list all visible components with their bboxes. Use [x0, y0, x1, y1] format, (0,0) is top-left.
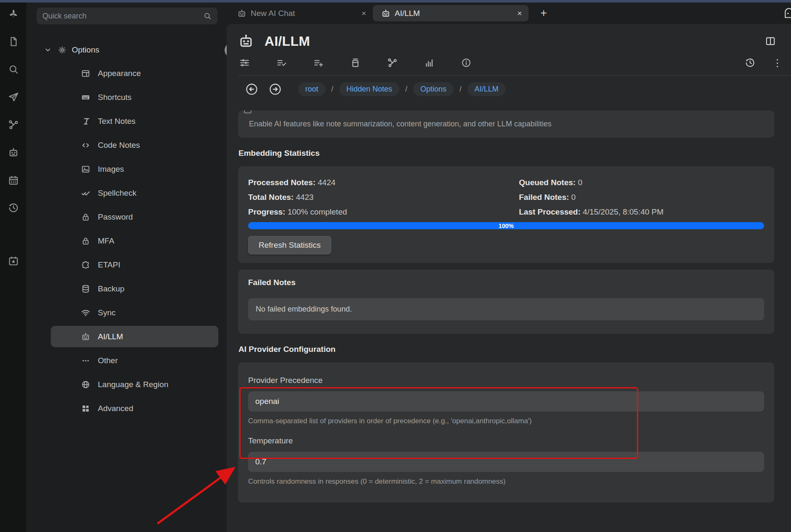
relation-map-icon[interactable] [7, 118, 20, 131]
quick-search[interactable] [37, 8, 217, 24]
breadcrumb-root[interactable]: root [298, 82, 325, 96]
note-map-icon[interactable] [387, 58, 398, 68]
tree-item-label: Appearance [98, 69, 141, 78]
ai-intro-text: Enable AI features like note summarizati… [249, 120, 551, 128]
basic-properties-icon[interactable] [239, 58, 250, 68]
refresh-statistics-button[interactable]: Refresh Statistics [248, 236, 331, 254]
tree-item-shortcuts[interactable]: Shortcuts [26, 85, 227, 109]
chevron-down-icon[interactable] [44, 46, 52, 54]
close-tab-icon[interactable]: × [517, 9, 522, 17]
close-tab-icon[interactable]: × [361, 9, 366, 17]
code-icon [81, 141, 90, 150]
kebab-menu-icon[interactable]: ⋮ [772, 58, 783, 68]
new-tab-button[interactable]: + [540, 8, 547, 19]
tree-item-label: Language & Region [98, 380, 168, 389]
revision-history-icon[interactable] [745, 58, 755, 68]
robot-icon [81, 332, 90, 341]
tree-item-spellcheck[interactable]: Spellcheck [26, 181, 227, 205]
breadcrumb-ai-llm[interactable]: AI/LLM [467, 82, 506, 96]
failed-notes-card: Failed Notes No failed embeddings found. [238, 270, 774, 334]
quick-search-input[interactable] [42, 12, 203, 21]
wifi-icon [81, 308, 90, 317]
tab-bar: New AI Chat × AI/LLM × + [227, 3, 791, 24]
provider-precedence-input[interactable] [248, 391, 764, 411]
lock-icon [81, 212, 90, 222]
inherited-attributes-icon[interactable] [313, 58, 324, 68]
tree-item-backup[interactable]: Backup [26, 277, 227, 301]
main-area: New AI Chat × AI/LLM × + AI/LLM ⋮ [227, 3, 791, 532]
bookmarked-day-icon[interactable] [7, 254, 20, 267]
tree-item-label: Images [98, 165, 124, 174]
trilium-logo-icon[interactable] [7, 8, 20, 20]
window-top-strip [0, 0, 791, 3]
robot-icon [238, 33, 254, 49]
tab-new-ai-chat[interactable]: New AI Chat × [227, 3, 373, 24]
provider-precedence-group: Provider Precedence Comma-separated list… [248, 376, 764, 425]
stat-failed-notes: Failed Notes: 0 [519, 193, 764, 202]
grid-icon [81, 404, 90, 413]
recent-changes-icon[interactable] [7, 202, 20, 214]
keyboard-icon [81, 93, 90, 102]
notifications-icon[interactable] [783, 8, 791, 19]
tree-item-appearance[interactable]: Appearance [26, 61, 227, 85]
note-title: AI/LLM [265, 34, 765, 49]
provider-precedence-label: Provider Precedence [248, 376, 764, 385]
ai-chat-icon[interactable] [7, 146, 20, 159]
search-icon [203, 12, 212, 20]
jump-to-note-icon[interactable] [7, 91, 20, 103]
temperature-input[interactable] [248, 452, 764, 472]
breadcrumb-hidden-notes[interactable]: Hidden Notes [339, 82, 399, 96]
tab-ai-llm[interactable]: AI/LLM × [373, 5, 529, 21]
provider-config-card: Provider Precedence Comma-separated list… [238, 362, 774, 503]
tree-item-etapi[interactable]: ETAPI [26, 253, 227, 277]
tree-item-other[interactable]: Other [26, 349, 227, 372]
note-info-icon[interactable] [424, 58, 435, 68]
temperature-group: Temperature Controls randomness in respo… [248, 436, 764, 486]
puzzle-icon [81, 260, 90, 270]
search-icon[interactable] [7, 63, 20, 76]
calendar-icon[interactable] [7, 174, 20, 186]
ribbon-toolbar: ⋮ [227, 49, 791, 68]
breadcrumb-separator: / [405, 85, 407, 94]
breadcrumb: root / Hidden Notes / Options / AI/LLM [227, 76, 791, 96]
info-icon[interactable] [461, 58, 471, 68]
note-paths-icon[interactable] [350, 58, 361, 68]
split-view-icon[interactable] [765, 36, 776, 47]
section-heading-embedding: Embedding Statistics [238, 149, 774, 158]
tree-item-label: Backup [98, 284, 124, 294]
tree-item-text-notes[interactable]: Text Notes [26, 109, 227, 133]
new-note-icon[interactable] [7, 35, 20, 48]
tab-label: New AI Chat [251, 9, 356, 18]
stats-grid: Processed Notes: 4424 Queued Notes: 0 To… [248, 178, 764, 217]
tree-item-code-notes[interactable]: Code Notes [26, 133, 227, 157]
check-double-icon [81, 189, 90, 198]
owned-attributes-icon[interactable] [276, 58, 287, 68]
tree-item-options[interactable]: Options [26, 41, 227, 59]
breadcrumb-separator: / [331, 85, 333, 94]
tree-item-label: Code Notes [98, 141, 140, 150]
tree-item-mfa[interactable]: MFA [26, 229, 227, 253]
ellipsis-icon [81, 356, 90, 365]
back-button[interactable] [245, 83, 258, 96]
tree-item-ai-llm[interactable]: AI/LLM [26, 325, 227, 349]
tree-item-label: Spellcheck [98, 189, 136, 198]
stat-progress: Progress: 100% completed [248, 207, 519, 217]
provider-precedence-help: Comma-separated list of providers in ord… [248, 417, 764, 425]
database-icon [81, 284, 90, 294]
tree-item-images[interactable]: Images [26, 157, 227, 181]
failed-notes-heading: Failed Notes [248, 278, 764, 287]
tree-item-label: Shortcuts [98, 93, 131, 102]
tree-item-password[interactable]: Password [26, 205, 227, 229]
tree-item-advanced[interactable]: Advanced [26, 396, 227, 420]
tree-item-sync[interactable]: Sync [26, 301, 227, 325]
stat-processed-notes: Processed Notes: 4424 [248, 178, 519, 187]
tree-item-language-region[interactable]: Language & Region [26, 372, 227, 396]
embedding-stats-card: Processed Notes: 4424 Queued Notes: 0 To… [238, 166, 774, 263]
breadcrumb-options[interactable]: Options [413, 82, 453, 96]
layout-icon [81, 69, 90, 78]
stat-last-processed: Last Processed: 4/15/2025, 8:05:40 PM [519, 207, 764, 217]
gear-icon [58, 45, 67, 55]
settings-content: Enable AI features like note summarizati… [227, 96, 791, 503]
tree-item-label: Password [98, 212, 133, 222]
forward-button[interactable] [269, 83, 282, 96]
